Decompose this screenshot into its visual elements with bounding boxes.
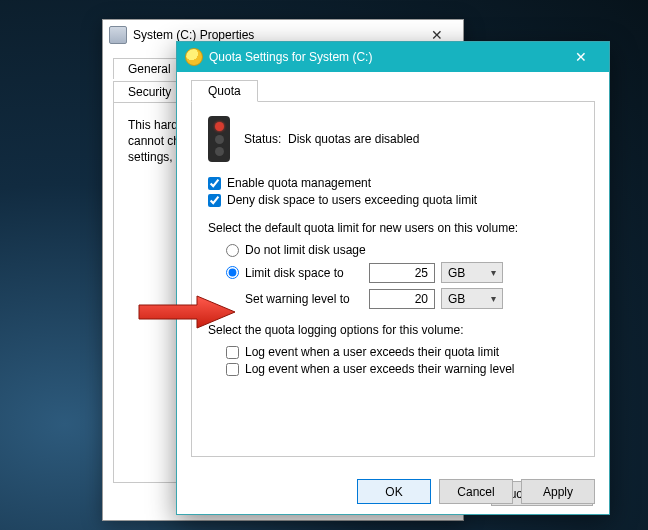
limit-value-input[interactable]	[369, 263, 435, 283]
limit-section-label: Select the default quota limit for new u…	[208, 221, 578, 235]
logging-section-label: Select the quota logging options for thi…	[208, 323, 578, 337]
no-limit-radio[interactable]: Do not limit disk usage	[226, 243, 578, 257]
tab-general[interactable]: General	[113, 58, 186, 79]
drive-icon	[109, 26, 127, 44]
enable-quota-checkbox[interactable]: Enable quota management	[208, 176, 578, 190]
properties-title: System (C:) Properties	[133, 28, 417, 42]
log-warning-checkbox[interactable]: Log event when a user exceeds their warn…	[226, 362, 578, 376]
limit-input[interactable]	[226, 266, 239, 279]
log-limit-checkbox[interactable]: Log event when a user exceeds their quot…	[226, 345, 578, 359]
warning-unit-select[interactable]: GB ▾	[441, 288, 503, 309]
tab-quota[interactable]: Quota	[191, 80, 258, 102]
quota-titlebar[interactable]: Quota Settings for System (C:) ✕	[177, 42, 609, 72]
quota-settings-window: Quota Settings for System (C:) ✕ Quota S…	[176, 41, 610, 515]
warning-label: Set warning level to	[245, 292, 363, 306]
limit-unit-select[interactable]: GB ▾	[441, 262, 503, 283]
deny-space-checkbox[interactable]: Deny disk space to users exceeding quota…	[208, 193, 578, 207]
warning-value-input[interactable]	[369, 289, 435, 309]
quota-cancel-button[interactable]: Cancel	[439, 479, 513, 504]
quota-panel: Status: Disk quotas are disabled Enable …	[191, 101, 595, 457]
quota-app-icon	[185, 48, 203, 66]
chevron-down-icon: ▾	[491, 267, 496, 278]
quota-close-button[interactable]: ✕	[559, 42, 603, 72]
chevron-down-icon: ▾	[491, 293, 496, 304]
log-limit-input[interactable]	[226, 346, 239, 359]
deny-space-input[interactable]	[208, 194, 221, 207]
quota-apply-button[interactable]: Apply	[521, 479, 595, 504]
quota-ok-button[interactable]: OK	[357, 479, 431, 504]
log-warning-input[interactable]	[226, 363, 239, 376]
close-icon: ✕	[575, 50, 587, 64]
limit-radio[interactable]: Limit disk space to GB ▾	[226, 262, 578, 283]
close-icon: ✕	[431, 28, 443, 42]
enable-quota-input[interactable]	[208, 177, 221, 190]
quota-title: Quota Settings for System (C:)	[209, 50, 559, 64]
trafficlight-icon	[208, 116, 230, 162]
no-limit-input[interactable]	[226, 244, 239, 257]
status-text: Status: Disk quotas are disabled	[244, 132, 419, 146]
